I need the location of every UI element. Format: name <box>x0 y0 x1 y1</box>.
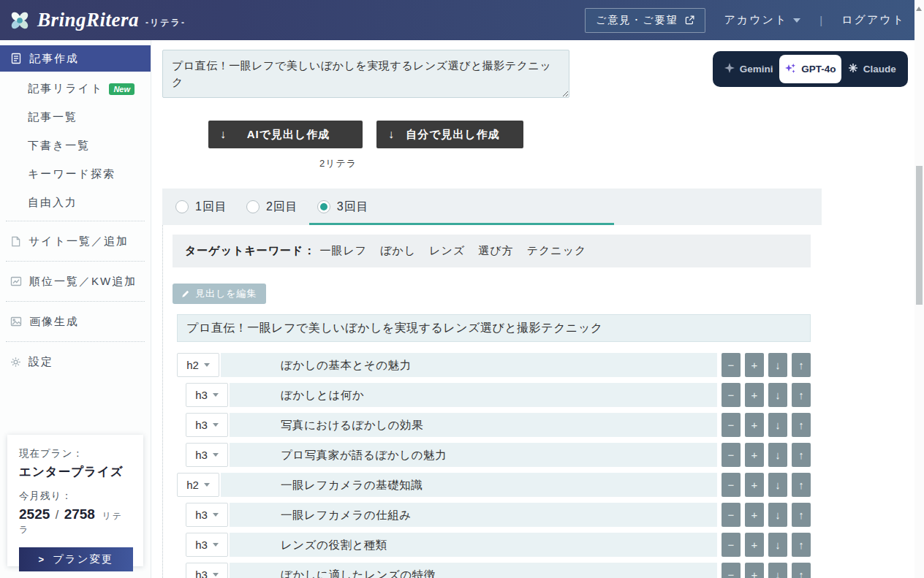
logout-link[interactable]: ログアウト <box>841 13 905 27</box>
heading-level-select[interactable]: h3 <box>186 443 228 467</box>
move-down-heading-button[interactable]: ↓ <box>768 473 787 497</box>
heading-text-field[interactable]: ぼかしに適したレンズの特徴 <box>230 563 717 578</box>
add-heading-button[interactable]: + <box>745 443 764 467</box>
heading-row-actions: −+↓↑ <box>722 353 811 377</box>
article-create-icon <box>10 53 22 64</box>
sidebar-item-1[interactable]: 記事リライト New <box>0 75 151 103</box>
target-keyword: ぼかし <box>380 244 416 256</box>
heading-level-select[interactable]: h3 <box>186 563 228 578</box>
add-heading-button[interactable]: + <box>745 533 764 557</box>
sidebar-item-label: 記事作成 <box>29 52 79 66</box>
heading-text-field[interactable]: 写真におけるぼかしの効果 <box>230 413 717 437</box>
remove-heading-button[interactable]: − <box>722 473 741 497</box>
heading-text-field[interactable]: 一眼レフカメラの基礎知識 <box>221 473 717 497</box>
tab-content-panel: ターゲットキーワード： 一眼レフぼかしレンズ選び方テクニック 見出しを編集 プロ… <box>162 225 822 578</box>
page-scrollbar[interactable] <box>914 0 924 578</box>
sidebar-item-3[interactable]: 下書き一覧 <box>0 132 151 160</box>
heading-level-select[interactable]: h3 <box>186 383 228 407</box>
model-option-claude[interactable]: Claude <box>841 55 903 83</box>
sidebar-item-6[interactable]: サイト一覧／追加 <box>0 225 151 257</box>
heading-row-actions: −+↓↑ <box>722 563 811 578</box>
sidebar-item-8[interactable]: 画像生成 <box>0 305 151 338</box>
move-up-heading-button[interactable]: ↑ <box>792 383 811 407</box>
add-heading-button[interactable]: + <box>745 473 764 497</box>
heading-level-select[interactable]: h3 <box>186 503 228 527</box>
scroll-up-arrow-icon[interactable] <box>916 7 922 11</box>
heading-level-select[interactable]: h2 <box>177 473 219 497</box>
heading-row: h3 プロ写真家が語るぼかしの魅力 −+↓↑ <box>177 443 811 467</box>
move-up-heading-button[interactable]: ↑ <box>792 413 811 437</box>
radio-icon <box>317 200 330 213</box>
target-keyword: 一眼レフ <box>319 244 367 256</box>
article-title-display[interactable]: プロ直伝！一眼レフで美しいぼかしを実現するレンズ選びと撮影テクニック <box>177 314 811 342</box>
add-heading-button[interactable]: + <box>745 383 764 407</box>
move-down-heading-button[interactable]: ↓ <box>768 563 787 578</box>
move-down-heading-button[interactable]: ↓ <box>768 533 787 557</box>
heading-row-actions: −+↓↑ <box>722 383 811 407</box>
new-badge: New <box>109 83 135 95</box>
heading-level-select[interactable]: h3 <box>186 413 228 437</box>
account-menu[interactable]: アカウント <box>724 13 801 27</box>
sidebar-item-9[interactable]: 設定 <box>0 346 151 378</box>
remove-heading-button[interactable]: − <box>722 413 741 437</box>
brand[interactable]: BringRitera -リテラ- <box>9 9 186 31</box>
tab-label: 1回目 <box>195 199 227 215</box>
move-up-heading-button[interactable]: ↑ <box>792 563 811 578</box>
move-up-heading-button[interactable]: ↑ <box>792 503 811 527</box>
chevron-down-icon <box>204 483 210 487</box>
tab-attempt-3[interactable]: 3回目 <box>317 199 369 215</box>
heading-level-value: h3 <box>195 539 208 551</box>
move-up-heading-button[interactable]: ↑ <box>792 473 811 497</box>
sidebar-divider <box>6 221 145 221</box>
sidebar-item-0[interactable]: 記事作成 <box>0 45 151 72</box>
remove-heading-button[interactable]: − <box>722 563 741 578</box>
pencil-icon <box>181 289 190 298</box>
heading-row-actions: −+↓↑ <box>722 533 811 557</box>
sidebar-item-5[interactable]: 自由入力 <box>0 189 151 217</box>
tab-attempt-2[interactable]: 2回目 <box>246 199 298 215</box>
change-plan-label: プラン変更 <box>53 552 114 566</box>
model-option-gpt-4o[interactable]: GPT-4o <box>779 55 841 83</box>
sidebar-item-2[interactable]: 記事一覧 <box>0 103 151 132</box>
target-keyword: テクニック <box>527 244 587 256</box>
tab-attempt-1[interactable]: 1回目 <box>175 199 227 215</box>
move-down-heading-button[interactable]: ↓ <box>768 413 787 437</box>
change-plan-button[interactable]: > プラン変更 <box>19 547 133 571</box>
heading-text-field[interactable]: レンズの役割と種類 <box>230 533 717 557</box>
feedback-button[interactable]: ご意見・ご要望 <box>585 8 705 33</box>
move-down-heading-button[interactable]: ↓ <box>768 443 787 467</box>
heading-level-select[interactable]: h3 <box>186 533 228 557</box>
move-up-heading-button[interactable]: ↑ <box>792 533 811 557</box>
header-nav: ご意見・ご要望 アカウント | ログアウト <box>585 8 905 33</box>
heading-text-field[interactable]: 一眼レフカメラの仕組み <box>230 503 717 527</box>
add-heading-button[interactable]: + <box>745 563 764 578</box>
move-down-heading-button[interactable]: ↓ <box>768 353 787 377</box>
external-link-icon <box>685 15 694 25</box>
remove-heading-button[interactable]: − <box>722 443 741 467</box>
add-heading-button[interactable]: + <box>745 353 764 377</box>
current-plan-name: エンタープライズ <box>19 464 132 480</box>
add-heading-button[interactable]: + <box>745 413 764 437</box>
heading-level-select[interactable]: h2 <box>177 353 219 377</box>
scrollbar-thumb[interactable] <box>916 166 923 305</box>
add-heading-button[interactable]: + <box>745 503 764 527</box>
sidebar-item-7[interactable]: 順位一覧／KW追加 <box>0 265 151 297</box>
move-up-heading-button[interactable]: ↑ <box>792 443 811 467</box>
heading-text-field[interactable]: ぼかしの基本とその魅力 <box>221 353 717 377</box>
sidebar-item-4[interactable]: キーワード探索 <box>0 160 151 189</box>
remove-heading-button[interactable]: − <box>722 503 741 527</box>
remove-heading-button[interactable]: − <box>722 383 741 407</box>
heading-text-field[interactable]: プロ写真家が語るぼかしの魅力 <box>230 443 717 467</box>
self-create-headings-button[interactable]: ↓ 自分で見出し作成 <box>376 121 523 148</box>
move-down-heading-button[interactable]: ↓ <box>768 383 787 407</box>
model-option-gemini[interactable]: Gemini <box>718 55 779 83</box>
move-up-heading-button[interactable]: ↑ <box>792 353 811 377</box>
remove-heading-button[interactable]: − <box>722 353 741 377</box>
move-down-heading-button[interactable]: ↓ <box>768 503 787 527</box>
heading-text-field[interactable]: ぼかしとは何か <box>230 383 717 407</box>
ai-create-headings-button[interactable]: ↓ AIで見出し作成 <box>208 121 363 148</box>
article-title-textarea[interactable]: プロ直伝！一眼レフで美しいぼかしを実現するレンズ選びと撮影テクニック <box>162 50 569 98</box>
image-gen-icon <box>10 316 22 327</box>
remove-heading-button[interactable]: − <box>722 533 741 557</box>
edit-headings-button[interactable]: 見出しを編集 <box>173 284 266 304</box>
